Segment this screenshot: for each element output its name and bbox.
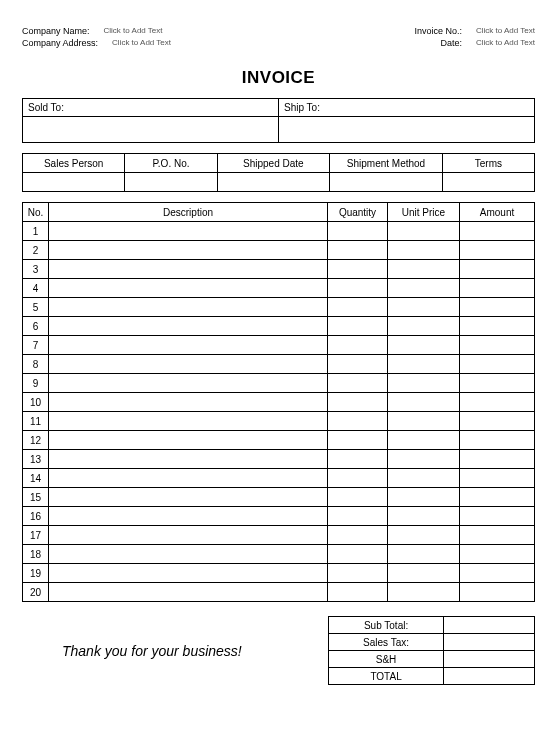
item-unitprice[interactable]	[388, 488, 460, 507]
item-amount[interactable]	[460, 260, 535, 279]
item-unitprice[interactable]	[388, 317, 460, 336]
item-quantity[interactable]	[328, 222, 388, 241]
item-description[interactable]	[49, 583, 328, 602]
item-quantity[interactable]	[328, 412, 388, 431]
item-description[interactable]	[49, 336, 328, 355]
item-description[interactable]	[49, 260, 328, 279]
item-description[interactable]	[49, 374, 328, 393]
item-description[interactable]	[49, 564, 328, 583]
item-unitprice[interactable]	[388, 279, 460, 298]
item-quantity[interactable]	[328, 241, 388, 260]
item-unitprice[interactable]	[388, 526, 460, 545]
item-description[interactable]	[49, 469, 328, 488]
item-description[interactable]	[49, 507, 328, 526]
item-unitprice[interactable]	[388, 336, 460, 355]
table-row: 3	[23, 260, 535, 279]
item-amount[interactable]	[460, 583, 535, 602]
company-address-field[interactable]: Click to Add Text	[112, 38, 171, 48]
item-description[interactable]	[49, 488, 328, 507]
item-amount[interactable]	[460, 507, 535, 526]
item-description[interactable]	[49, 279, 328, 298]
date-field[interactable]: Click to Add Text	[476, 38, 535, 48]
item-unitprice[interactable]	[388, 355, 460, 374]
item-unitprice[interactable]	[388, 564, 460, 583]
item-unitprice[interactable]	[388, 241, 460, 260]
item-unitprice[interactable]	[388, 583, 460, 602]
item-description[interactable]	[49, 298, 328, 317]
item-amount[interactable]	[460, 222, 535, 241]
item-unitprice[interactable]	[388, 469, 460, 488]
item-amount[interactable]	[460, 450, 535, 469]
item-unitprice[interactable]	[388, 507, 460, 526]
item-quantity[interactable]	[328, 317, 388, 336]
item-unitprice[interactable]	[388, 298, 460, 317]
item-amount[interactable]	[460, 545, 535, 564]
item-quantity[interactable]	[328, 279, 388, 298]
item-description[interactable]	[49, 317, 328, 336]
item-amount[interactable]	[460, 298, 535, 317]
item-no: 3	[23, 260, 49, 279]
item-quantity[interactable]	[328, 469, 388, 488]
item-amount[interactable]	[460, 469, 535, 488]
details-cell-shipped[interactable]	[217, 173, 330, 192]
item-description[interactable]	[49, 393, 328, 412]
details-cell-salesperson[interactable]	[23, 173, 125, 192]
details-cell-terms[interactable]	[442, 173, 534, 192]
item-no: 13	[23, 450, 49, 469]
sold-to-field[interactable]	[23, 117, 278, 143]
item-unitprice[interactable]	[388, 431, 460, 450]
details-cell-method[interactable]	[330, 173, 443, 192]
item-amount[interactable]	[460, 374, 535, 393]
item-description[interactable]	[49, 241, 328, 260]
item-description[interactable]	[49, 412, 328, 431]
item-quantity[interactable]	[328, 526, 388, 545]
sold-to-label: Sold To:	[23, 99, 278, 117]
item-quantity[interactable]	[328, 374, 388, 393]
item-quantity[interactable]	[328, 564, 388, 583]
item-quantity[interactable]	[328, 545, 388, 564]
table-row: 5	[23, 298, 535, 317]
item-quantity[interactable]	[328, 488, 388, 507]
item-quantity[interactable]	[328, 336, 388, 355]
item-quantity[interactable]	[328, 431, 388, 450]
company-name-field[interactable]: Click to Add Text	[104, 26, 163, 36]
item-description[interactable]	[49, 222, 328, 241]
totals-value[interactable]	[444, 651, 535, 668]
item-amount[interactable]	[460, 279, 535, 298]
item-amount[interactable]	[460, 488, 535, 507]
invoice-no-field[interactable]: Click to Add Text	[476, 26, 535, 36]
item-quantity[interactable]	[328, 507, 388, 526]
totals-value[interactable]	[444, 634, 535, 651]
totals-value[interactable]	[444, 617, 535, 634]
ship-to-field[interactable]	[279, 117, 534, 143]
item-amount[interactable]	[460, 526, 535, 545]
totals-value[interactable]	[444, 668, 535, 685]
item-quantity[interactable]	[328, 393, 388, 412]
item-unitprice[interactable]	[388, 260, 460, 279]
item-amount[interactable]	[460, 355, 535, 374]
item-description[interactable]	[49, 355, 328, 374]
item-amount[interactable]	[460, 431, 535, 450]
details-cell-po[interactable]	[125, 173, 217, 192]
item-description[interactable]	[49, 431, 328, 450]
item-unitprice[interactable]	[388, 374, 460, 393]
item-amount[interactable]	[460, 412, 535, 431]
item-amount[interactable]	[460, 317, 535, 336]
item-amount[interactable]	[460, 393, 535, 412]
item-unitprice[interactable]	[388, 412, 460, 431]
item-unitprice[interactable]	[388, 545, 460, 564]
item-description[interactable]	[49, 545, 328, 564]
item-quantity[interactable]	[328, 355, 388, 374]
item-amount[interactable]	[460, 241, 535, 260]
item-description[interactable]	[49, 526, 328, 545]
item-amount[interactable]	[460, 564, 535, 583]
item-unitprice[interactable]	[388, 222, 460, 241]
item-quantity[interactable]	[328, 298, 388, 317]
item-quantity[interactable]	[328, 450, 388, 469]
item-quantity[interactable]	[328, 260, 388, 279]
item-quantity[interactable]	[328, 583, 388, 602]
item-description[interactable]	[49, 450, 328, 469]
item-amount[interactable]	[460, 336, 535, 355]
item-unitprice[interactable]	[388, 393, 460, 412]
item-unitprice[interactable]	[388, 450, 460, 469]
